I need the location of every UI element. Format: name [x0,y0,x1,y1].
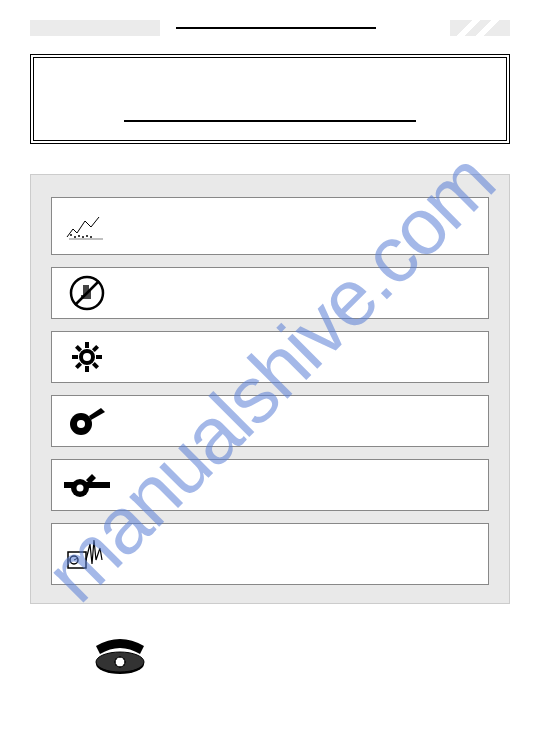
no-touch-icon [62,273,112,313]
header-decoration-right [450,20,510,36]
svg-point-17 [83,353,91,361]
svg-point-33 [123,664,125,666]
list-item [51,459,489,511]
svg-point-36 [114,661,116,663]
svg-point-31 [123,658,125,660]
title-underline [124,120,417,122]
svg-rect-9 [85,342,89,348]
svg-point-37 [115,658,117,660]
svg-point-4 [86,235,88,237]
gear-icon [62,337,112,377]
svg-rect-11 [72,355,78,359]
svg-point-3 [82,236,84,238]
sketch-icon [62,206,112,246]
list-item [51,197,489,255]
svg-point-32 [124,661,126,663]
page-content [0,0,540,676]
svg-point-30 [119,656,121,658]
svg-point-19 [77,420,85,428]
svg-rect-12 [96,355,102,359]
svg-point-35 [115,664,117,666]
svg-rect-16 [92,362,99,369]
svg-point-0 [70,234,72,236]
telephone-icon [90,634,510,676]
list-item [51,523,489,585]
svg-rect-14 [75,362,82,369]
oscilloscope-icon [62,534,112,574]
header-decoration-left [30,20,160,36]
header-underline [176,27,376,29]
icon-list-panel [30,174,510,604]
svg-point-34 [119,666,121,668]
svg-rect-13 [92,345,99,352]
svg-point-22 [77,485,84,492]
tape-roll-icon [62,401,112,441]
svg-rect-15 [75,345,82,352]
wrench-hook-icon [62,465,112,505]
svg-point-1 [74,236,76,238]
svg-rect-10 [85,366,89,372]
list-item [51,395,489,447]
list-item [51,267,489,319]
list-item [51,331,489,383]
svg-point-5 [90,236,92,238]
svg-point-2 [78,235,80,237]
header-bar [30,20,510,36]
title-box [30,54,510,144]
